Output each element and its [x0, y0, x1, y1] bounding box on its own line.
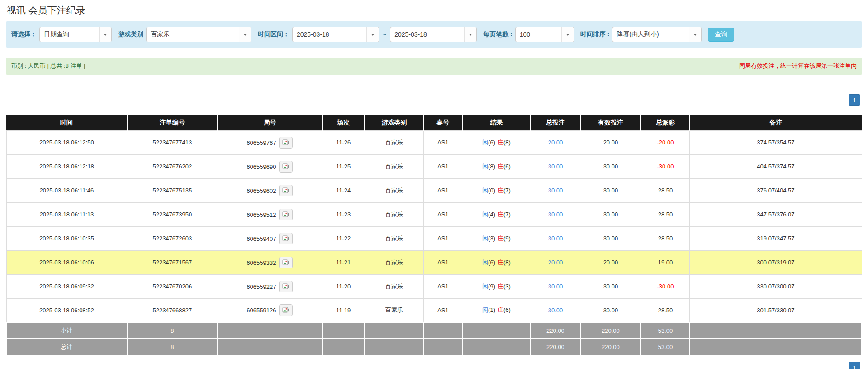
totals-valid-bet: 220.00 — [580, 339, 641, 355]
video-replay-button[interactable] — [279, 185, 293, 196]
cell-total-bet-link[interactable]: 30.00 — [531, 202, 580, 226]
video-replay-button[interactable] — [279, 281, 293, 292]
cell-payout: 19.00 — [641, 250, 690, 274]
video-replay-icon — [282, 187, 289, 194]
table-foot: 小计 8 220.00 220.00 53.00 总计 8 220.00 220… — [6, 322, 862, 355]
video-replay-icon — [282, 235, 289, 242]
game-type-select[interactable]: 百家乐 — [146, 27, 251, 42]
round-number: 606559407 — [247, 235, 276, 242]
cell-game: 百家乐 — [365, 226, 423, 250]
cell-round: 606559512 — [218, 202, 322, 226]
cell-game: 百家乐 — [365, 274, 423, 298]
video-replay-button[interactable] — [279, 233, 293, 244]
cell-payout: -20.00 — [641, 130, 690, 154]
page-button-1-bottom[interactable]: 1 — [849, 362, 860, 369]
table-row: 2025-03-18 06:08:52 522347668827 6065591… — [6, 298, 862, 322]
totals-label: 小计 — [6, 322, 127, 339]
cell-session: 11-21 — [322, 250, 365, 274]
cell-time: 2025-03-18 06:11:13 — [6, 202, 127, 226]
cell-note: 301.57/330.07 — [690, 298, 862, 322]
cell-table: AS1 — [424, 202, 462, 226]
cell-bet-id: 522347671567 — [127, 250, 218, 274]
round-number: 606559602 — [247, 187, 276, 194]
banker-result: 庄 — [498, 283, 503, 290]
time-sort-select[interactable]: 降幂(由大到小) — [612, 27, 702, 42]
header-cell: 备注 — [690, 115, 862, 130]
cell-total-bet-link[interactable]: 20.00 — [531, 130, 580, 154]
cell-time: 2025-03-18 06:12:18 — [6, 154, 127, 178]
date-from-picker[interactable]: 2025-03-18 — [292, 27, 379, 42]
table-row: 2025-03-18 06:10:06 522347671567 6065593… — [6, 250, 862, 274]
totals-row: 小计 8 220.00 220.00 53.00 — [6, 322, 862, 339]
cell-total-bet-link[interactable]: 30.00 — [531, 274, 580, 298]
cell-result: 闲(3)庄(9) — [462, 226, 531, 250]
date-to-picker[interactable]: 2025-03-18 — [390, 27, 477, 42]
cell-note: 347.57/376.07 — [690, 202, 862, 226]
query-type-value: 日期查询 — [40, 30, 99, 38]
header-cell: 场次 — [322, 115, 365, 130]
table-row: 2025-03-18 06:11:46 522347675135 6065596… — [6, 178, 862, 202]
cell-note: 374.57/354.57 — [690, 130, 862, 154]
cell-valid-bet: 30.00 — [580, 178, 641, 202]
cell-time: 2025-03-18 06:09:32 — [6, 274, 127, 298]
cell-bet-id: 522347676202 — [127, 154, 218, 178]
table-row: 2025-03-18 06:12:18 522347676202 6065596… — [6, 154, 862, 178]
chevron-down-icon — [366, 27, 379, 42]
search-button[interactable]: 查询 — [708, 28, 734, 42]
totals-label: 总计 — [6, 339, 127, 355]
cell-round: 606559767 — [218, 130, 322, 154]
cell-payout: -30.00 — [641, 154, 690, 178]
cell-total-bet-link[interactable]: 30.00 — [531, 178, 580, 202]
player-result: 闲 — [482, 235, 488, 242]
video-replay-icon — [282, 259, 289, 266]
cell-time: 2025-03-18 06:10:35 — [6, 226, 127, 250]
per-page-select[interactable]: 100 — [515, 27, 574, 42]
banker-result: 庄 — [498, 211, 503, 218]
banker-result: 庄 — [498, 307, 503, 313]
header-cell: 桌号 — [424, 115, 462, 130]
table-row: 2025-03-18 06:10:35 522347672603 6065594… — [6, 226, 862, 250]
query-type-select[interactable]: 日期查询 — [39, 27, 112, 42]
chevron-down-icon — [239, 27, 251, 42]
cell-table: AS1 — [424, 130, 462, 154]
table-row: 2025-03-18 06:11:13 522347673950 6065595… — [6, 202, 862, 226]
time-range-label: 时间区间： — [258, 30, 289, 38]
round-number: 606559126 — [247, 307, 276, 314]
player-result: 闲 — [482, 163, 488, 170]
chevron-down-icon — [99, 27, 111, 42]
currency-total-text: 币别 : 人民币 | 总共 :8 注单 | — [11, 62, 85, 70]
cell-table: AS1 — [424, 250, 462, 274]
video-replay-button[interactable] — [279, 257, 293, 268]
cell-session: 11-26 — [322, 130, 365, 154]
cell-total-bet-link[interactable]: 20.00 — [531, 250, 580, 274]
header-cell: 游戏类别 — [365, 115, 423, 130]
cell-bet-id: 522347670206 — [127, 274, 218, 298]
page-button-1[interactable]: 1 — [849, 94, 860, 106]
cell-time: 2025-03-18 06:12:50 — [6, 130, 127, 154]
video-replay-button[interactable] — [279, 137, 293, 149]
cell-total-bet-link[interactable]: 30.00 — [531, 226, 580, 250]
video-replay-button[interactable] — [279, 209, 293, 220]
cell-total-bet-link[interactable]: 30.00 — [531, 154, 580, 178]
cell-payout: 28.50 — [641, 226, 690, 250]
video-replay-button[interactable] — [279, 161, 293, 173]
cell-game: 百家乐 — [365, 130, 423, 154]
banker-result: 庄 — [498, 187, 503, 194]
cell-valid-bet: 30.00 — [580, 298, 641, 322]
header-cell: 总派彩 — [641, 115, 690, 130]
player-result: 闲 — [482, 211, 488, 218]
player-result: 闲 — [482, 139, 488, 146]
cell-session: 11-25 — [322, 154, 365, 178]
cell-note: 376.07/404.57 — [690, 178, 862, 202]
player-result: 闲 — [482, 283, 488, 290]
cell-payout: 28.50 — [641, 178, 690, 202]
player-result: 闲 — [482, 307, 488, 313]
video-replay-button[interactable] — [279, 304, 293, 316]
cell-time: 2025-03-18 06:11:46 — [6, 178, 127, 202]
totals-total-bet: 220.00 — [531, 339, 580, 355]
header-cell: 总投注 — [531, 115, 580, 130]
table-row: 2025-03-18 06:09:32 522347670206 6065592… — [6, 274, 862, 298]
totals-count: 8 — [127, 339, 218, 355]
cell-bet-id: 522347677413 — [127, 130, 218, 154]
cell-total-bet-link[interactable]: 30.00 — [531, 298, 580, 322]
